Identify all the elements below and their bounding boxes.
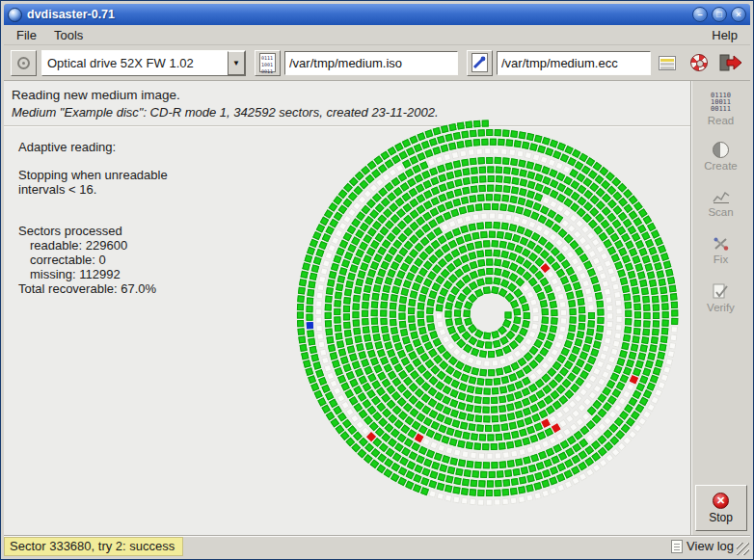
lifesaver-icon <box>690 54 708 71</box>
quit-button[interactable] <box>718 50 743 75</box>
stopping-rule-line2: intervals < 16. <box>18 182 168 197</box>
scan-button[interactable]: Scan <box>695 180 747 227</box>
adaptive-reading-label: Adaptive reading: <box>18 140 168 154</box>
toolbar: Optical drive 52X FW 1.02 ▼ 0111 1001 00… <box>4 45 750 81</box>
resize-grip[interactable] <box>737 543 749 555</box>
ecc-file-input[interactable] <box>497 51 651 75</box>
fix-button[interactable]: Fix <box>695 227 747 274</box>
stop-button-label: Stop <box>709 511 733 524</box>
statusbar: Sector 333680, try 2: success View log <box>4 535 750 556</box>
status-line1: Reading new medium image. <box>12 88 681 102</box>
total-recoverable: Total recoverable: 67.0% <box>18 281 168 296</box>
disc-spiral-visualization <box>287 113 692 518</box>
help-button[interactable] <box>687 50 712 75</box>
verify-button-label: Verify <box>707 302 735 313</box>
log-file-icon <box>671 540 683 553</box>
status-message: Sector 333680, try 2: success <box>4 537 183 556</box>
correctable-count: correctable: 0 <box>18 253 168 267</box>
reading-stats: Adaptive reading: Stopping when unreadab… <box>18 140 168 296</box>
menubar: File Tools Help <box>4 25 750 45</box>
ecc-glyph <box>472 54 487 71</box>
stop-button[interactable]: ✕ Stop <box>695 485 747 531</box>
drive-select-value: Optical drive 52X FW 1.02 <box>42 51 228 75</box>
scan-button-label: Scan <box>708 206 733 218</box>
view-log-label: View log <box>687 539 734 553</box>
read-button-label: Read <box>708 115 735 126</box>
fix-button-label: Fix <box>714 253 728 265</box>
drive-select-dropdown[interactable]: Optical drive 52X FW 1.02 ▼ <box>41 50 246 76</box>
create-yinyang-icon <box>713 142 729 158</box>
read-button[interactable]: 01110 10011 00111 Read <box>695 86 747 132</box>
stop-x-icon: ✕ <box>713 493 729 509</box>
image-file-input[interactable] <box>284 51 458 75</box>
read-binary-icon: 01110 10011 00111 <box>711 93 731 113</box>
quit-exit-icon <box>719 53 742 72</box>
stopping-rule-line1: Stopping when unreadable <box>18 168 168 182</box>
image-file-icon: 0111 1001 0011 <box>259 53 276 72</box>
menu-tools[interactable]: Tools <box>45 26 92 44</box>
maximize-button[interactable]: □ <box>712 7 727 22</box>
readable-count: readable: 229600 <box>18 238 168 253</box>
reading-work-area: Adaptive reading: Stopping when unreadab… <box>4 126 690 535</box>
preferences-button[interactable] <box>655 50 680 75</box>
ecc-file-picker-button[interactable] <box>467 50 493 76</box>
drive-eject-button[interactable] <box>11 50 37 76</box>
verify-button[interactable]: Verify <box>695 275 747 321</box>
titlebar[interactable]: dvdisaster-0.71 – □ × <box>4 4 750 25</box>
app-window: dvdisaster-0.71 – □ × File Tools Help Op… <box>0 0 754 560</box>
chevron-down-icon[interactable]: ▼ <box>228 51 245 75</box>
missing-count: missing: 112992 <box>18 267 168 281</box>
create-button-label: Create <box>704 160 738 172</box>
create-button[interactable]: Create <box>695 133 747 179</box>
minimize-button[interactable]: – <box>692 7 708 22</box>
scan-chart-icon <box>712 189 731 204</box>
window-title: dvdisaster-0.71 <box>27 8 115 21</box>
close-button[interactable]: × <box>731 7 746 22</box>
menu-help[interactable]: Help <box>703 26 746 44</box>
image-file-picker-button[interactable]: 0111 1001 0011 <box>255 50 281 76</box>
action-sidebar: 01110 10011 00111 Read Create Scan <box>690 81 750 535</box>
sectors-processed-label: Sectors processed <box>18 224 168 238</box>
disc-icon <box>17 57 30 69</box>
menu-file[interactable]: File <box>8 26 45 44</box>
main-panel: Reading new medium image. Medium "Exampl… <box>4 81 690 535</box>
app-icon <box>8 8 22 22</box>
verify-check-icon <box>713 283 729 300</box>
fix-tools-icon <box>713 236 730 252</box>
ecc-file-icon <box>471 53 488 72</box>
preferences-icon <box>659 56 676 70</box>
